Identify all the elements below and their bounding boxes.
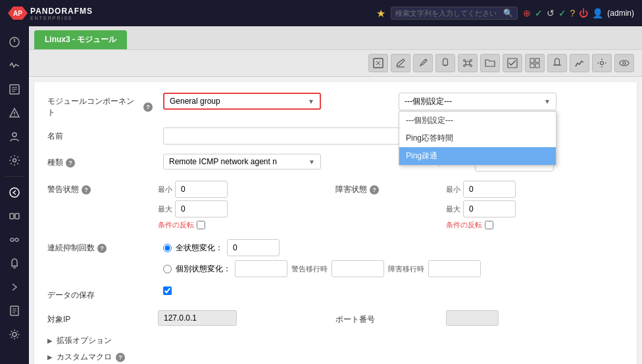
svg-point-25 <box>464 60 466 62</box>
toolbar-btn-config[interactable] <box>592 54 612 72</box>
data-save-checkbox[interactable] <box>163 286 172 295</box>
toolbar-btn-edit[interactable] <box>391 54 410 72</box>
warning-max-input[interactable] <box>175 200 228 217</box>
logo-text: PANDORAFMS <box>30 7 93 16</box>
module-component-help[interactable]: ? <box>143 102 153 112</box>
sidebar-item-power[interactable] <box>3 277 26 298</box>
search-input[interactable] <box>395 9 501 17</box>
warning-minmax: 最小 最大 条件の反転 <box>158 181 228 230</box>
svg-point-24 <box>466 61 470 65</box>
nav-icon-1[interactable]: ⊕ <box>523 8 531 18</box>
nav-icon-6[interactable]: ⏻ <box>579 8 588 18</box>
warning-transit-input[interactable] <box>332 260 384 277</box>
warning-min-row: 最小 <box>158 181 228 198</box>
toolbar-btn-bell2[interactable] <box>547 54 567 72</box>
target-ip-input[interactable] <box>158 310 237 326</box>
svg-line-30 <box>470 62 470 62</box>
sidebar-item-dashboard[interactable] <box>3 32 26 53</box>
nav-icons: ⊕ ✓ ↺ ✓ ? ⏻ 👤 (admin) <box>523 8 634 18</box>
toolbar-btn-network[interactable] <box>458 54 478 72</box>
logo: AP PANDORAFMS ENTERPRISE <box>8 7 93 20</box>
nav-icon-7[interactable]: 👤 <box>592 8 603 18</box>
type-dropdown[interactable]: Remote ICMP network agent n ▼ <box>163 154 321 170</box>
data-save-row: データの保存 <box>47 286 624 301</box>
sidebar-item-settings[interactable] <box>3 150 26 171</box>
logo-icon: AP <box>8 7 28 20</box>
module-component-dropdown[interactable]: General group ▼ <box>163 93 321 110</box>
popup-item-ping-response[interactable]: Ping応答時間 <box>399 129 556 147</box>
svg-rect-13 <box>10 214 14 219</box>
individual-state-row: 個別状態変化： 警告移行時 障害移行時 <box>163 260 481 277</box>
all-state-input[interactable] <box>227 239 280 256</box>
type-control: Remote ICMP network agent n ▼ <box>163 154 388 170</box>
sidebar-item-config[interactable] <box>3 324 26 345</box>
module-component-label: モジュールコンポーネント ? <box>47 93 153 118</box>
nav-icon-4[interactable]: ✓ <box>558 8 566 18</box>
critical-min-row: 最小 <box>446 181 516 198</box>
toolbar-btn-folder[interactable] <box>480 54 500 72</box>
popup-item-ping-normal[interactable]: Ping疎通 <box>399 147 556 165</box>
svg-point-11 <box>13 159 16 162</box>
critical-minmax: 最小 最大 条件の反転 <box>446 181 516 230</box>
port-input[interactable] <box>446 310 499 326</box>
individual-setting-dropdown[interactable]: ---個別設定--- ▼ <box>399 93 556 110</box>
sidebar-item-links[interactable] <box>3 229 26 250</box>
type-help[interactable]: ? <box>66 158 75 168</box>
toolbar-btn-grid[interactable] <box>525 54 545 72</box>
search-box[interactable]: 🔍 <box>391 7 518 20</box>
critical-max-input[interactable] <box>463 200 516 217</box>
toolbar-btn-view[interactable] <box>614 54 634 72</box>
sidebar-item-modules[interactable] <box>3 206 26 227</box>
popup-item-individual-setting[interactable]: ---個別設定--- <box>399 112 556 129</box>
toolbar-btn-check[interactable] <box>503 54 522 72</box>
nav-icon-3[interactable]: ↺ <box>547 8 555 18</box>
critical-transit-input[interactable] <box>428 260 481 277</box>
critical-min-input[interactable] <box>463 181 516 198</box>
normal-input[interactable] <box>235 260 287 277</box>
sidebar-item-monitoring[interactable] <box>3 55 26 76</box>
custom-macro-link[interactable]: ▶ カスタムマクロ ? <box>47 352 624 363</box>
toolbar-btn-chart[interactable] <box>570 54 589 72</box>
warning-reverse-checkbox[interactable] <box>197 221 205 229</box>
svg-rect-34 <box>530 58 534 62</box>
type-label: 種類 ? <box>47 154 153 168</box>
individual-dropdown-arrow: ▼ <box>544 98 551 105</box>
sidebar-item-back[interactable] <box>3 182 26 203</box>
svg-point-41 <box>623 62 626 64</box>
dropdown-arrow: ▼ <box>308 98 314 105</box>
sidebar-item-reports[interactable] <box>3 79 26 100</box>
warning-min-input[interactable] <box>175 181 228 198</box>
all-state-radio[interactable] <box>163 244 172 252</box>
svg-point-40 <box>620 60 629 66</box>
warning-reverse-link[interactable]: 条件の反転 <box>158 220 194 230</box>
throttle-help[interactable]: ? <box>97 244 107 253</box>
tab-linux3-modules[interactable]: Linux3 - モジュール <box>34 30 127 49</box>
nav-icon-2[interactable]: ✓ <box>535 8 543 18</box>
dropdown-popup: ---個別設定--- Ping応答時間 Ping疎通 <box>399 111 556 166</box>
custom-macro-help[interactable]: ? <box>116 353 125 362</box>
individual-state-radio[interactable] <box>163 265 172 273</box>
critical-reverse-checkbox[interactable] <box>485 221 493 229</box>
main-content: Linux3 - モジュール <box>29 26 642 364</box>
throttle-control: 全状態変化： 個別状態変化： 警告移行時 障害移行時 <box>163 239 624 277</box>
sidebar-item-notifications[interactable] <box>3 253 26 274</box>
topnav-right: ★ 🔍 ⊕ ✓ ↺ ✓ ? ⏻ 👤 (admin) <box>376 7 634 20</box>
warning-help[interactable]: ? <box>82 185 91 194</box>
svg-point-10 <box>12 133 16 137</box>
toolbar-btn-map[interactable] <box>368 54 388 72</box>
all-state-row: 全状態変化： <box>163 239 280 256</box>
toolbar-btn-tool[interactable] <box>413 54 433 72</box>
critical-help[interactable]: ? <box>370 185 379 194</box>
warning-reverse-row: 条件の反転 <box>158 220 228 230</box>
critical-label: 障害状態 ? <box>335 181 441 195</box>
critical-reverse-link[interactable]: 条件の反転 <box>446 220 482 230</box>
sidebar-item-alerts[interactable] <box>3 102 26 124</box>
svg-point-21 <box>12 332 16 336</box>
warning-critical-row: 警告状態 ? 最小 最大 条件の反転 <box>47 181 624 230</box>
toolbar-btn-bell[interactable] <box>435 54 455 72</box>
sidebar-item-users[interactable] <box>3 126 26 147</box>
sidebar-item-logs[interactable] <box>3 300 26 321</box>
expand-options-link[interactable]: ▶ 拡張オプション <box>47 335 624 346</box>
nav-icon-5[interactable]: ? <box>570 8 576 18</box>
favorite-icon[interactable]: ★ <box>376 7 385 20</box>
